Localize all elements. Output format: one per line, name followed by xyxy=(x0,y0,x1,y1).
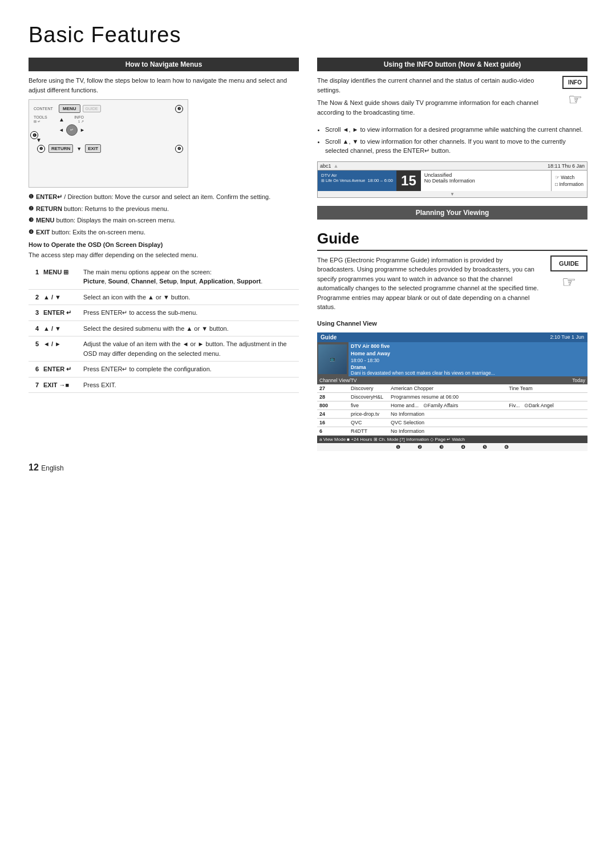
navigate-menus-header: How to Navigate Menus xyxy=(29,58,299,71)
epg-today-label: Today xyxy=(388,376,587,384)
epg-channel-24: 24 price-drop.tv No Information xyxy=(317,409,587,418)
epg-footer-text: a View Mode ■ +24 Hours ⊞ Ch. Mode [7] I… xyxy=(317,435,587,443)
page-title: Basic Features xyxy=(29,23,587,47)
guide-diagram-area: GUIDE ☞ xyxy=(550,255,587,291)
epg-footer: a View Mode ■ +24 Hours ⊞ Ch. Mode [7] I… xyxy=(317,435,587,443)
osd-row-1: 1 MENU ⊞ The main menu options appear on… xyxy=(29,265,299,290)
info-section: The display identifies the current chann… xyxy=(317,76,587,120)
epg-preview-details: Drama Dani is devastated when scott make… xyxy=(317,364,587,376)
epg-channels-label: Channel View/TV xyxy=(317,376,388,384)
ci-time: 18:11 Thu 6 Jan xyxy=(548,163,585,169)
info-label: INFO xyxy=(562,76,587,89)
guide-content: The EPG (Electronic Programme Guide) inf… xyxy=(317,255,587,315)
epg-channel-28: 28 DiscoveryH&L Programmes resume at 06:… xyxy=(317,392,587,401)
planning-header: Planning Your Viewing xyxy=(317,206,587,220)
info-diagram-area: INFO ☞ xyxy=(562,76,587,109)
navigate-intro: Before using the TV, follow the steps be… xyxy=(29,76,299,95)
epg-header-time: 2:10 Tue 1 Jun xyxy=(550,334,584,340)
channel-num-big: 15 xyxy=(396,171,421,191)
left-column: How to Navigate Menus Before using the T… xyxy=(29,58,299,451)
channel-info-box: abc1 ▲ 18:11 Thu 6 Jan DTV Air ⊞ Life On… xyxy=(317,161,587,198)
info-hand-icon: ☞ xyxy=(562,90,587,109)
epg-preview-row: 📺 DTV Air 800 five xyxy=(317,342,587,350)
epg-channel-800: 800 five Home and... ⊙Family Affairs Fiv… xyxy=(317,401,587,409)
ci-sub-channel: DTV Air ⊞ Life On Venus Avenue 18:00 – 6… xyxy=(318,171,396,191)
osd-row-6: 6 ENTER ↵ Press ENTER↵ to complete the c… xyxy=(29,362,299,378)
epg-channels-header-row: Channel View/TV Today xyxy=(317,376,587,384)
guide-hand-icon: ☞ xyxy=(550,273,587,291)
right-column: Using the INFO button (Now & Next guide)… xyxy=(317,58,587,451)
info-para1: The display identifies the current chann… xyxy=(317,76,557,95)
epg-genre: Drama xyxy=(351,364,366,370)
epg-preview-program: Home and Away xyxy=(317,350,587,357)
annotation-4: ❹ EXIT button: Exits the on-screen menu. xyxy=(29,228,299,237)
info-text: The display identifies the current chann… xyxy=(317,76,557,120)
epg-num-4: ❹ xyxy=(461,444,465,450)
osd-row-4: 4 ▲ / ▼ Select the desired submenu with … xyxy=(29,320,299,336)
ci-arrow-down: ▼ xyxy=(318,191,587,197)
annotation-1: ❶ ENTER↵ / Direction button: Move the cu… xyxy=(29,192,299,202)
page-number: 12 English xyxy=(29,462,587,473)
epg-num-3: ❸ xyxy=(439,444,444,450)
ci-channel-name: abc1 xyxy=(320,163,331,169)
ci-main: DTV Air ⊞ Life On Venus Avenue 18:00 – 6… xyxy=(318,171,587,191)
info-bullet-1: Scroll ◄, ► to view information for a de… xyxy=(325,125,587,135)
guide-text: The EPG (Electronic Programme Guide) inf… xyxy=(317,255,541,315)
remote-diagram: CONTENT MENU GUIDE ❸ TOOLS⊞ ↵ ▲ INFO1 ↗ … xyxy=(29,99,188,188)
guide-para1: The EPG (Electronic Programme Guide) inf… xyxy=(317,255,541,312)
annotation-2: ❷ RETURN button: Returns to the previous… xyxy=(29,204,299,214)
epg-numbered-row: ❶ ❷ ❸ ❹ ❺ ❻ xyxy=(317,443,587,451)
osd-row-7: 7 EXIT →■ Press EXIT. xyxy=(29,377,299,393)
epg-num-5: ❺ xyxy=(483,444,487,450)
epg-num-1: ❶ xyxy=(396,444,400,450)
info-bullet-2: Scroll ▲, ▼ to view information for othe… xyxy=(325,137,587,156)
osd-note: The access step may differ depending on … xyxy=(29,250,299,260)
epg-preview-title: DTV Air 800 five xyxy=(348,342,587,350)
epg-channel-6: 6 R4DTT No Information xyxy=(317,427,587,435)
info-para2: The Now & Next guide shows daily TV prog… xyxy=(317,98,557,117)
osd-row-2: 2 ▲ / ▼ Select an icon with the ▲ or ▼ b… xyxy=(29,289,299,305)
osd-row-5: 5 ◄ / ► Adjust the value of an item with… xyxy=(29,336,299,362)
annotations-list: ❶ ENTER↵ / Direction button: Move the cu… xyxy=(29,192,299,237)
guide-label: GUIDE xyxy=(550,255,587,271)
epg-header-row: Guide 2:10 Tue 1 Jun xyxy=(317,332,587,342)
osd-table: 1 MENU ⊞ The main menu options appear on… xyxy=(29,265,299,393)
guide-title: Guide xyxy=(317,230,587,251)
using-channel-view-heading: Using Channel View xyxy=(317,320,587,327)
epg-table: Guide 2:10 Tue 1 Jun 📺 DTV Air 800 five … xyxy=(317,332,587,451)
epg-channel-27: 27 Discovery American Chopper Tine Team xyxy=(317,384,587,393)
ci-action-info: □ Information xyxy=(555,181,583,187)
ci-details: Unclassified No Details Information xyxy=(421,171,551,191)
epg-channel-16: 16 QVC QVC Selection xyxy=(317,418,587,427)
ci-actions: ☞ Watch □ Information xyxy=(551,171,587,191)
epg-preview-time: 18:00 - 18:30 xyxy=(317,357,587,364)
ci-top: abc1 ▲ 18:11 Thu 6 Jan xyxy=(318,162,587,171)
annotation-3: ❸ MENU button: Displays the main on-scre… xyxy=(29,216,299,225)
epg-num-2: ❷ xyxy=(418,444,422,450)
osd-row-3: 3 ENTER ↵ Press ENTER↵ to access the sub… xyxy=(29,305,299,321)
epg-header-title: Guide xyxy=(321,334,337,340)
epg-thumbnail: 📺 xyxy=(317,342,348,376)
epg-num-6: ❻ xyxy=(504,444,509,450)
ci-action-watch: ☞ Watch xyxy=(555,175,583,180)
info-bullets: Scroll ◄, ► to view information for a de… xyxy=(325,125,587,156)
osd-subheading: How to Operate the OSD (On Screen Displa… xyxy=(29,241,299,248)
epg-desc: Dani is devastated when scott makes clea… xyxy=(351,370,495,376)
info-header: Using the INFO button (Now & Next guide) xyxy=(317,58,587,71)
